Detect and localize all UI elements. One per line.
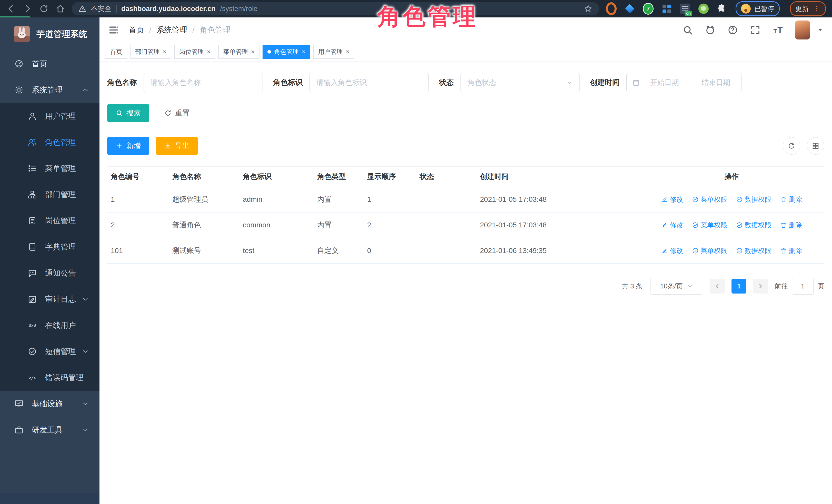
sidebar-item-错误码管理[interactable]: </>错误码管理 — [0, 365, 100, 391]
tags-bar: 首页部门管理×岗位管理×菜单管理×角色管理×用户管理× — [100, 43, 832, 61]
sidebar-item-岗位管理[interactable]: 岗位管理 — [0, 208, 100, 234]
sidebar-item-部门管理[interactable]: 部门管理 — [0, 182, 100, 208]
sidebar-item-短信管理[interactable]: 短信管理 — [0, 338, 100, 365]
forward-icon[interactable] — [23, 4, 32, 14]
user-avatar[interactable] — [795, 21, 810, 39]
back-icon[interactable] — [6, 4, 16, 14]
tab-部门管理[interactable]: 部门管理× — [130, 45, 171, 59]
switch-extension-icon[interactable]: on — [680, 3, 691, 14]
monkey-extension-icon[interactable] — [698, 3, 709, 14]
avatar-caret-icon[interactable] — [817, 27, 823, 33]
action-label: 修改 — [670, 246, 683, 255]
tab-close-icon[interactable]: × — [346, 49, 349, 55]
sidebar-item-菜单管理[interactable]: 菜单管理 — [0, 155, 100, 182]
filter-form: 角色名称 请输入角色名称 角色标识 请输入角色标识 状态 角色状态 — [107, 73, 824, 92]
action-link-菜单权限[interactable]: 菜单权限 — [692, 221, 727, 230]
sidebar-item-角色管理[interactable]: 角色管理 — [0, 129, 100, 155]
sidebar-item-首页[interactable]: 首页 — [0, 51, 100, 77]
status-select[interactable]: 角色状态 — [461, 73, 580, 92]
tab-菜单管理[interactable]: 菜单管理× — [218, 45, 259, 59]
search-icon[interactable] — [682, 25, 693, 35]
tab-首页[interactable]: 首页 — [105, 45, 127, 59]
sidebar-item-系统管理[interactable]: 系统管理 — [0, 77, 100, 103]
prev-page-button[interactable] — [710, 278, 725, 294]
export-button[interactable]: 导出 — [156, 137, 198, 155]
tab-close-icon[interactable]: × — [163, 49, 166, 55]
goto-page-input[interactable]: 1 — [792, 277, 813, 295]
address-bar[interactable]: 不安全 dashboard.yudao.iocoder.cn /system/r… — [72, 2, 599, 16]
browser-update-button[interactable]: 更新 — [790, 1, 826, 16]
security-label[interactable]: 不安全 — [91, 4, 111, 13]
add-button[interactable]: 新增 — [107, 137, 149, 155]
calendar-icon — [632, 79, 640, 86]
table-cell-actions: 修改菜单权限数据权限删除 — [635, 246, 824, 255]
breadcrumb-item[interactable]: 系统管理 — [156, 25, 187, 35]
column-settings-button[interactable] — [807, 137, 824, 155]
action-link-菜单权限[interactable]: 菜单权限 — [692, 246, 727, 255]
org-tree-icon — [28, 190, 37, 199]
hamburger-icon[interactable] — [108, 25, 119, 35]
action-link-修改[interactable]: 修改 — [661, 221, 683, 230]
tab-close-icon[interactable]: × — [207, 49, 210, 55]
help-icon[interactable] — [727, 25, 738, 35]
action-link-修改[interactable]: 修改 — [661, 195, 683, 204]
sidebar-item-审计日志[interactable]: 审计日志 — [0, 286, 100, 312]
role-name-input[interactable]: 请输入角色名称 — [144, 73, 263, 92]
font-size-icon[interactable]: TT — [773, 25, 783, 35]
svg-text:0x0: 0x0 — [29, 323, 36, 328]
bookmark-star-icon[interactable] — [584, 4, 593, 13]
action-link-菜单权限[interactable]: 菜单权限 — [692, 195, 727, 204]
tab-close-icon[interactable]: × — [251, 49, 255, 55]
green-circle-extension-icon[interactable]: 7 — [643, 3, 654, 14]
trash-icon — [780, 247, 787, 254]
breadcrumb-item[interactable]: 首页 — [129, 25, 144, 35]
grid-extension-icon[interactable] — [661, 3, 672, 14]
sidebar-logo-row[interactable]: 芋道管理系统 — [0, 18, 100, 51]
action-link-数据权限[interactable]: 数据权限 — [736, 246, 772, 255]
table-cell-created: 2021-01-05 17:03:48 — [476, 195, 635, 204]
action-link-数据权限[interactable]: 数据权限 — [736, 195, 772, 204]
sidebar-item-基础设施[interactable]: 基础设施 — [0, 391, 100, 417]
action-link-删除[interactable]: 删除 — [780, 221, 802, 230]
refresh-table-button[interactable] — [783, 137, 800, 155]
circle-check-icon — [736, 247, 743, 254]
action-label: 数据权限 — [745, 246, 772, 255]
role-key-input[interactable]: 请输入角色标识 — [310, 73, 429, 92]
sidebar-item-字典管理[interactable]: 字典管理 — [0, 234, 100, 260]
fullscreen-icon[interactable] — [750, 25, 761, 35]
omnibox-divider — [116, 5, 116, 12]
tab-label: 部门管理 — [135, 48, 160, 56]
sidebar-item-用户管理[interactable]: 用户管理 — [0, 103, 100, 129]
blue-gem-extension-icon[interactable] — [624, 3, 635, 14]
action-link-删除[interactable]: 删除 — [780, 246, 802, 255]
edit-icon — [661, 247, 668, 254]
sidebar-item-通知公告[interactable]: 通知公告 — [0, 260, 100, 286]
next-page-button[interactable] — [753, 278, 768, 294]
online-user-icon: 0x0 — [28, 321, 37, 330]
profile-paused-pill[interactable]: 已暂停 — [735, 1, 780, 16]
github-icon[interactable] — [705, 25, 716, 35]
action-label: 修改 — [670, 195, 683, 204]
action-link-数据权限[interactable]: 数据权限 — [736, 221, 772, 230]
orange-ring-extension-icon[interactable] — [606, 3, 617, 14]
extensions-puzzle-icon[interactable] — [717, 4, 726, 14]
tab-岗位管理[interactable]: 岗位管理× — [174, 45, 215, 59]
reset-button[interactable]: 重置 — [156, 104, 198, 122]
tab-label: 角色管理 — [274, 48, 299, 56]
table-cell: 超级管理员 — [169, 194, 239, 204]
tab-角色管理[interactable]: 角色管理× — [263, 45, 310, 59]
tab-close-icon[interactable]: × — [302, 49, 305, 55]
sidebar-item-研发工具[interactable]: 研发工具 — [0, 417, 100, 443]
reload-icon[interactable] — [39, 4, 49, 14]
date-range-picker[interactable]: 开始日期 - 结束日期 — [626, 73, 742, 92]
tab-用户管理[interactable]: 用户管理× — [313, 45, 354, 59]
browser-menu-dots-icon[interactable] — [813, 5, 821, 12]
page-number-button[interactable]: 1 — [731, 278, 746, 294]
action-link-修改[interactable]: 修改 — [661, 246, 683, 255]
sidebar-item-在线用户[interactable]: 0x0在线用户 — [0, 312, 100, 338]
action-link-删除[interactable]: 删除 — [780, 195, 802, 204]
home-icon[interactable] — [55, 4, 65, 14]
page-size-select[interactable]: 10条/页 — [650, 277, 703, 295]
search-button[interactable]: 搜索 — [107, 104, 149, 122]
chevron-down-icon — [687, 283, 694, 289]
